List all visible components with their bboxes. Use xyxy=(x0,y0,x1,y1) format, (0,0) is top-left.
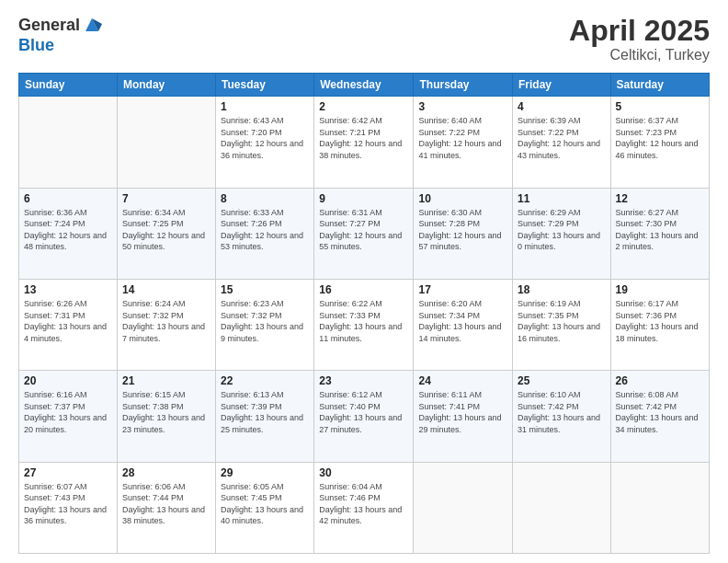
day-info: Sunrise: 6:40 AMSunset: 7:22 PMDaylight:… xyxy=(418,115,507,161)
calendar-week-row: 1Sunrise: 6:43 AMSunset: 7:20 PMDaylight… xyxy=(19,97,710,188)
logo-blue-text: Blue xyxy=(18,37,102,55)
calendar-cell: 24Sunrise: 6:11 AMSunset: 7:41 PMDayligh… xyxy=(414,371,513,462)
calendar-cell: 26Sunrise: 6:08 AMSunset: 7:42 PMDayligh… xyxy=(610,371,709,462)
calendar-cell: 16Sunrise: 6:22 AMSunset: 7:33 PMDayligh… xyxy=(314,279,414,370)
calendar-cell: 7Sunrise: 6:34 AMSunset: 7:25 PMDaylight… xyxy=(117,188,215,279)
day-info: Sunrise: 6:30 AMSunset: 7:28 PMDaylight:… xyxy=(418,207,507,253)
calendar-week-row: 13Sunrise: 6:26 AMSunset: 7:31 PMDayligh… xyxy=(19,279,710,370)
day-info: Sunrise: 6:23 AMSunset: 7:32 PMDaylight:… xyxy=(221,298,309,344)
day-number: 16 xyxy=(319,283,408,296)
calendar-week-row: 27Sunrise: 6:07 AMSunset: 7:43 PMDayligh… xyxy=(19,462,710,553)
day-number: 10 xyxy=(418,192,507,205)
calendar-cell: 27Sunrise: 6:07 AMSunset: 7:43 PMDayligh… xyxy=(19,462,118,553)
day-number: 18 xyxy=(518,283,606,296)
calendar-cell xyxy=(513,462,611,553)
day-number: 28 xyxy=(122,466,210,479)
day-info: Sunrise: 6:04 AMSunset: 7:46 PMDaylight:… xyxy=(319,481,408,527)
day-number: 8 xyxy=(221,192,309,205)
calendar-cell: 2Sunrise: 6:42 AMSunset: 7:21 PMDaylight… xyxy=(314,97,414,188)
calendar-cell: 10Sunrise: 6:30 AMSunset: 7:28 PMDayligh… xyxy=(414,188,513,279)
day-info: Sunrise: 6:12 AMSunset: 7:40 PMDaylight:… xyxy=(319,389,408,435)
weekday-header-tuesday: Tuesday xyxy=(216,74,314,97)
calendar-body: 1Sunrise: 6:43 AMSunset: 7:20 PMDaylight… xyxy=(19,97,710,554)
day-info: Sunrise: 6:06 AMSunset: 7:44 PMDaylight:… xyxy=(122,481,210,527)
day-number: 30 xyxy=(319,466,408,479)
day-info: Sunrise: 6:16 AMSunset: 7:37 PMDaylight:… xyxy=(24,389,112,435)
day-number: 20 xyxy=(24,374,112,387)
weekday-header-monday: Monday xyxy=(117,74,215,97)
day-info: Sunrise: 6:05 AMSunset: 7:45 PMDaylight:… xyxy=(221,481,309,527)
day-number: 29 xyxy=(221,466,309,479)
weekday-header-thursday: Thursday xyxy=(414,74,513,97)
title-block: April 2025 Celtikci, Turkey xyxy=(569,15,710,63)
calendar-table: SundayMondayTuesdayWednesdayThursdayFrid… xyxy=(18,73,710,554)
day-info: Sunrise: 6:13 AMSunset: 7:39 PMDaylight:… xyxy=(221,389,309,435)
day-number: 22 xyxy=(221,374,309,387)
calendar-cell xyxy=(19,97,118,188)
calendar-cell: 14Sunrise: 6:24 AMSunset: 7:32 PMDayligh… xyxy=(117,279,215,370)
calendar-cell: 13Sunrise: 6:26 AMSunset: 7:31 PMDayligh… xyxy=(19,279,118,370)
day-number: 14 xyxy=(122,283,210,296)
calendar-cell: 1Sunrise: 6:43 AMSunset: 7:20 PMDaylight… xyxy=(216,97,314,188)
day-number: 15 xyxy=(221,283,309,296)
day-number: 25 xyxy=(518,374,606,387)
day-number: 24 xyxy=(418,374,507,387)
calendar-cell: 20Sunrise: 6:16 AMSunset: 7:37 PMDayligh… xyxy=(19,371,118,462)
calendar-cell: 8Sunrise: 6:33 AMSunset: 7:26 PMDaylight… xyxy=(216,188,314,279)
day-number: 1 xyxy=(221,100,309,113)
day-info: Sunrise: 6:15 AMSunset: 7:38 PMDaylight:… xyxy=(122,389,210,435)
day-number: 13 xyxy=(24,283,112,296)
day-info: Sunrise: 6:22 AMSunset: 7:33 PMDaylight:… xyxy=(319,298,408,344)
day-info: Sunrise: 6:36 AMSunset: 7:24 PMDaylight:… xyxy=(24,207,112,253)
day-info: Sunrise: 6:43 AMSunset: 7:20 PMDaylight:… xyxy=(221,115,309,161)
day-info: Sunrise: 6:31 AMSunset: 7:27 PMDaylight:… xyxy=(319,207,408,253)
calendar-cell: 21Sunrise: 6:15 AMSunset: 7:38 PMDayligh… xyxy=(117,371,215,462)
calendar-cell: 11Sunrise: 6:29 AMSunset: 7:29 PMDayligh… xyxy=(513,188,611,279)
page: General Blue April 2025 Celtikci, Turkey… xyxy=(0,0,728,563)
day-number: 6 xyxy=(24,192,112,205)
calendar-week-row: 6Sunrise: 6:36 AMSunset: 7:24 PMDaylight… xyxy=(19,188,710,279)
day-info: Sunrise: 6:27 AMSunset: 7:30 PMDaylight:… xyxy=(616,207,704,253)
calendar-cell: 3Sunrise: 6:40 AMSunset: 7:22 PMDaylight… xyxy=(414,97,513,188)
day-number: 27 xyxy=(24,466,112,479)
day-number: 12 xyxy=(616,192,704,205)
day-info: Sunrise: 6:10 AMSunset: 7:42 PMDaylight:… xyxy=(518,389,606,435)
day-number: 3 xyxy=(418,100,507,113)
day-info: Sunrise: 6:33 AMSunset: 7:26 PMDaylight:… xyxy=(221,207,309,253)
logo-icon xyxy=(82,15,102,35)
day-info: Sunrise: 6:24 AMSunset: 7:32 PMDaylight:… xyxy=(122,298,210,344)
day-info: Sunrise: 6:42 AMSunset: 7:21 PMDaylight:… xyxy=(319,115,408,161)
day-info: Sunrise: 6:11 AMSunset: 7:41 PMDaylight:… xyxy=(418,389,507,435)
calendar-subtitle: Celtikci, Turkey xyxy=(569,47,710,63)
calendar-cell: 29Sunrise: 6:05 AMSunset: 7:45 PMDayligh… xyxy=(216,462,314,553)
day-info: Sunrise: 6:34 AMSunset: 7:25 PMDaylight:… xyxy=(122,207,210,253)
calendar-week-row: 20Sunrise: 6:16 AMSunset: 7:37 PMDayligh… xyxy=(19,371,710,462)
day-number: 2 xyxy=(319,100,408,113)
day-number: 23 xyxy=(319,374,408,387)
calendar-cell: 18Sunrise: 6:19 AMSunset: 7:35 PMDayligh… xyxy=(513,279,611,370)
weekday-header-sunday: Sunday xyxy=(19,74,118,97)
calendar-cell: 19Sunrise: 6:17 AMSunset: 7:36 PMDayligh… xyxy=(610,279,709,370)
calendar-cell xyxy=(414,462,513,553)
day-number: 4 xyxy=(518,100,606,113)
header: General Blue April 2025 Celtikci, Turkey xyxy=(18,15,710,63)
day-info: Sunrise: 6:26 AMSunset: 7:31 PMDaylight:… xyxy=(24,298,112,344)
calendar-cell: 15Sunrise: 6:23 AMSunset: 7:32 PMDayligh… xyxy=(216,279,314,370)
day-number: 17 xyxy=(418,283,507,296)
calendar-cell: 12Sunrise: 6:27 AMSunset: 7:30 PMDayligh… xyxy=(610,188,709,279)
calendar-cell: 25Sunrise: 6:10 AMSunset: 7:42 PMDayligh… xyxy=(513,371,611,462)
day-number: 5 xyxy=(616,100,704,113)
day-number: 11 xyxy=(518,192,606,205)
day-info: Sunrise: 6:20 AMSunset: 7:34 PMDaylight:… xyxy=(418,298,507,344)
calendar-cell: 23Sunrise: 6:12 AMSunset: 7:40 PMDayligh… xyxy=(314,371,414,462)
calendar-cell xyxy=(610,462,709,553)
day-number: 19 xyxy=(616,283,704,296)
weekday-row: SundayMondayTuesdayWednesdayThursdayFrid… xyxy=(19,74,710,97)
calendar-cell: 5Sunrise: 6:37 AMSunset: 7:23 PMDaylight… xyxy=(610,97,709,188)
weekday-header-friday: Friday xyxy=(513,74,611,97)
calendar-cell: 17Sunrise: 6:20 AMSunset: 7:34 PMDayligh… xyxy=(414,279,513,370)
logo-general-text: General xyxy=(18,17,80,35)
logo: General Blue xyxy=(18,15,102,55)
day-number: 9 xyxy=(319,192,408,205)
calendar-cell: 28Sunrise: 6:06 AMSunset: 7:44 PMDayligh… xyxy=(117,462,215,553)
